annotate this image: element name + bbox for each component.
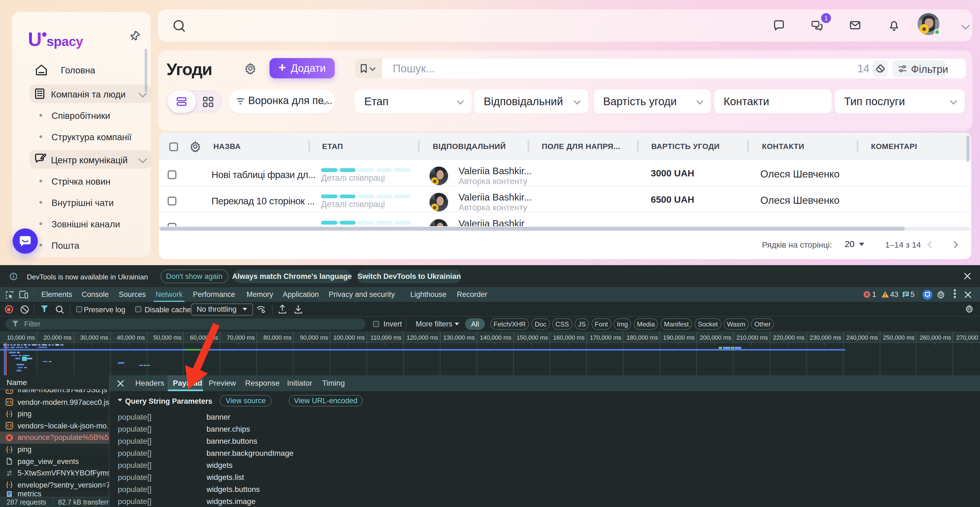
svg-text:U: U (28, 29, 42, 50)
svg-text:spacy: spacy (46, 34, 83, 49)
